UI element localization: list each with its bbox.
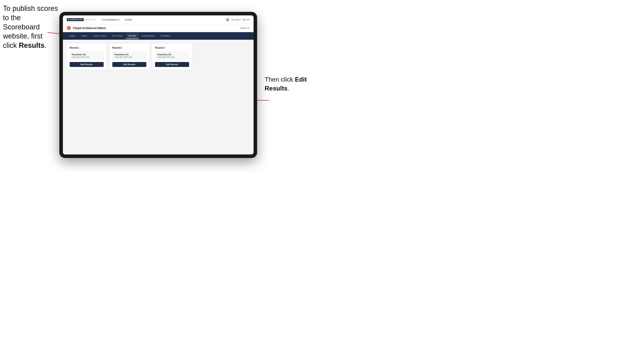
- tab-tee-groups[interactable]: Tee Groups: [109, 33, 126, 39]
- round-1-title: Round 1: [70, 46, 104, 49]
- tab-details[interactable]: Details: [66, 33, 78, 39]
- tablet-screen: SCOREBOARD Powered by clippd TOURNAMENTS…: [63, 15, 254, 155]
- edit-results-button-1[interactable]: Edit Results: [70, 62, 104, 67]
- round-3-title: Round 3: [155, 46, 189, 49]
- round-2-title: Round 2: [112, 46, 146, 49]
- rounds-grid: Round 1 Peachtree GC Gold (M) (7010 yds)…: [67, 44, 250, 70]
- instruction-text-period: .: [44, 41, 46, 49]
- scoreboard-logo: SCOREBOARD: [67, 18, 84, 21]
- user-label: Test User |: [232, 18, 241, 21]
- main-content: Round 1 Peachtree GC Gold (M) (7010 yds)…: [63, 40, 254, 155]
- logo-area: SCOREBOARD Powered by clippd: [67, 18, 96, 21]
- course-details-3: Gold (M) (7010 yds): [157, 56, 187, 58]
- instruction-bottom-right: Then click Edit Results.: [265, 75, 316, 93]
- nav-links: TOURNAMENTS TEAMS: [102, 18, 132, 21]
- tablet-device: SCOREBOARD Powered by clippd TOURNAMENTS…: [59, 12, 257, 158]
- nav-teams[interactable]: TEAMS: [124, 18, 132, 21]
- nav-tournaments[interactable]: TOURNAMENTS: [102, 18, 120, 21]
- tab-bar: Details Teams Course Setup Tee Groups Re…: [63, 32, 254, 40]
- tournament-header: C Clippd Invitational (Main) Cancel ✕: [63, 24, 254, 32]
- tab-course-setup[interactable]: Course Setup: [90, 33, 109, 39]
- edit-results-button-2[interactable]: Edit Results: [112, 62, 146, 67]
- instruction-text-period-2: .: [288, 85, 289, 92]
- round-card-1: Round 1 Peachtree GC Gold (M) (7010 yds)…: [67, 44, 106, 70]
- tab-results[interactable]: Results: [126, 33, 139, 39]
- edit-results-button-3[interactable]: Edit Results: [155, 62, 189, 67]
- user-avatar: 👤: [226, 17, 230, 22]
- instruction-text-2: Then click: [265, 76, 295, 83]
- course-card-3: Peachtree GC Gold (M) (7010 yds): [155, 51, 189, 60]
- round-card-3: Round 3 Peachtree GC Gold (M) (7010 yds)…: [152, 44, 192, 70]
- course-name-2: Peachtree GC: [114, 53, 144, 56]
- logo-subtitle: Powered by clippd: [84, 19, 96, 20]
- tab-teams[interactable]: Teams: [78, 33, 90, 39]
- course-name-3: Peachtree GC: [157, 53, 187, 56]
- sign-out-link[interactable]: Sign out: [242, 18, 250, 21]
- tournament-icon: C: [67, 26, 71, 30]
- tab-printables[interactable]: Printables: [158, 33, 173, 39]
- course-details-1: Gold (M) (7010 yds): [72, 56, 102, 58]
- round-card-2: Round 2 Peachtree GC Gold (M) (7010 yds)…: [110, 44, 149, 70]
- course-card-1: Peachtree GC Gold (M) (7010 yds): [70, 51, 104, 60]
- close-icon: ✕: [248, 27, 250, 29]
- instruction-bold-results: Results: [19, 41, 44, 49]
- top-nav: SCOREBOARD Powered by clippd TOURNAMENTS…: [63, 15, 254, 24]
- tournament-name: Clippd Invitational (Main): [73, 26, 240, 30]
- instruction-top-left: To publish scores to the Scoreboard webs…: [3, 4, 58, 50]
- cancel-button[interactable]: Cancel ✕: [240, 27, 250, 29]
- course-details-2: Gold (M) (7010 yds): [114, 56, 144, 58]
- nav-right: 👤 Test User | Sign out: [226, 17, 250, 22]
- course-card-2: Peachtree GC Gold (M) (7010 yds): [112, 51, 146, 60]
- course-name-1: Peachtree GC: [72, 53, 102, 56]
- tab-leaderboards[interactable]: Leaderboards: [139, 33, 158, 39]
